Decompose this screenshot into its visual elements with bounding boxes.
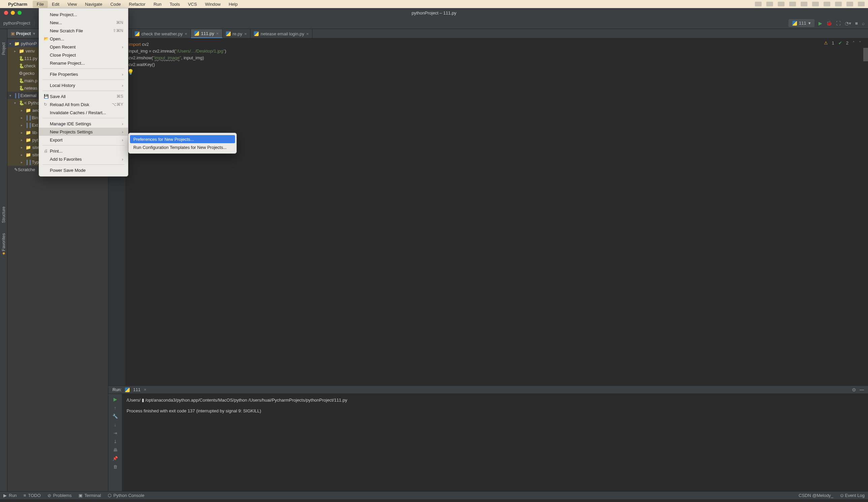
file-menu-item[interactable]: Local History› (39, 81, 128, 89)
event-log-button[interactable]: ⊙ Event Log (840, 493, 865, 498)
run-tool-gutter: ▶ ↑ 🔧 ↓ ⇥ ⤓ 🖶 📌 🗑 (108, 394, 122, 491)
file-menu-item[interactable]: 📂Open... (39, 35, 128, 43)
up-button[interactable]: ↑ (114, 405, 116, 410)
editor-tab[interactable]: check the weather.py× (131, 29, 191, 38)
mac-app-name[interactable]: PyCharm (8, 2, 27, 7)
editor-tab[interactable]: 111.py× (191, 29, 223, 38)
file-menu-item[interactable]: Rename Project... (39, 59, 128, 67)
editor-tabs: py×check the weather.py×111.py×re.py×net… (108, 29, 868, 38)
tool-icon[interactable]: 🔧 (112, 414, 118, 419)
menu-file[interactable]: File (33, 1, 48, 8)
file-menu-item[interactable]: New...⌘N (39, 19, 128, 27)
run-button[interactable]: ▶ (818, 21, 822, 26)
tool-run-tab[interactable]: ▶Run (3, 493, 17, 498)
profile-button[interactable]: ◔▾ (845, 21, 851, 26)
mac-menubar: PyCharm File Edit View Navigate Code Ref… (0, 0, 868, 8)
editor-tab[interactable]: re.py× (223, 29, 251, 38)
favorites-stripe-button[interactable]: ★Favorites (1, 233, 6, 256)
menu-navigate[interactable]: Navigate (81, 1, 106, 8)
rerun-button[interactable]: ▶ (113, 396, 117, 402)
close-tab-icon[interactable]: × (185, 31, 187, 37)
scrollbar-marker[interactable] (863, 48, 868, 61)
soft-wrap-button[interactable]: ⇥ (113, 431, 117, 435)
file-menu-item[interactable]: Power Save Mode (39, 166, 128, 174)
file-menu-item[interactable]: Add to Favorites› (39, 155, 128, 163)
down-button[interactable]: ↓ (114, 422, 116, 427)
run-console-output[interactable]: /Users/ ▮ /opt/anaconda3/python.app/Cont… (122, 394, 868, 491)
code-editor[interactable]: import cv2 input_img = cv2.imread("/User… (108, 38, 868, 385)
gear-icon[interactable]: ⚙ (852, 387, 856, 392)
file-menu-item[interactable]: New Projects Settings› (39, 128, 128, 136)
run-config-name: 111 (799, 21, 806, 26)
python-file-icon (135, 31, 140, 36)
hide-tool-button[interactable]: — (860, 387, 864, 392)
close-tab-icon[interactable]: × (307, 31, 309, 37)
file-menu-item[interactable]: New Scratch File⇧⌘N (39, 27, 128, 35)
problems-icon: ⊘ (48, 493, 51, 498)
file-menu-item[interactable]: 💾Save All⌘S (39, 92, 128, 100)
next-highlight-button[interactable]: ˅ (859, 40, 861, 46)
menu-run[interactable]: Run (149, 1, 166, 8)
intention-bulb-icon[interactable]: 💡 (127, 69, 134, 75)
menu-window[interactable]: Window (201, 1, 225, 8)
play-icon: ▶ (3, 493, 7, 498)
tool-terminal-tab[interactable]: ▣Terminal (79, 493, 101, 498)
file-menu-item[interactable]: File Properties› (39, 70, 128, 78)
left-stripe: Project Structure ★Favorites (0, 29, 8, 491)
stop-button[interactable]: ■ (855, 21, 858, 26)
close-tab-icon[interactable]: × (245, 31, 247, 37)
structure-stripe-button[interactable]: Structure (1, 207, 6, 223)
python-file-icon (254, 31, 259, 36)
run-tool-header: Run: 111 × ⚙ — (108, 385, 868, 393)
close-tab-icon[interactable]: × (216, 31, 219, 36)
search-everywhere-button[interactable]: ⌕ (862, 21, 865, 26)
close-tab-icon[interactable]: × (144, 387, 146, 392)
menu-view[interactable]: View (63, 1, 81, 8)
submenu-item[interactable]: Run Configuration Templates for New Proj… (128, 143, 236, 151)
print-button[interactable]: 🖶 (113, 448, 117, 452)
check-icon: ✔ (838, 40, 842, 46)
file-menu-item[interactable]: Invalidate Caches / Restart... (39, 109, 128, 117)
close-window-button[interactable] (4, 11, 8, 15)
prev-highlight-button[interactable]: ˄ (852, 40, 855, 46)
debug-button[interactable]: 🐞 (826, 21, 832, 26)
warning-icon: ⚠ (824, 40, 828, 46)
file-menu-item[interactable]: Manage IDE Settings› (39, 120, 128, 128)
project-stripe-button[interactable]: Project (1, 42, 6, 55)
editor-area: py×check the weather.py×111.py×re.py×net… (108, 29, 868, 491)
file-menu-item[interactable]: New Project... (39, 10, 128, 19)
file-menu-item[interactable]: 🖨Print... (39, 147, 128, 155)
menu-help[interactable]: Help (225, 1, 242, 8)
navigation-toolbar: pythonProject 〉 111.py 111 ▾ ▶ 🐞 ⛶ ◔▾ ■ … (0, 18, 868, 29)
menu-code[interactable]: Code (106, 1, 125, 8)
python-file-icon (194, 31, 199, 36)
tool-todo-tab[interactable]: ≡TODO (23, 493, 41, 498)
submenu-item[interactable]: Preferences for New Projects... (130, 135, 235, 143)
minimize-window-button[interactable] (11, 11, 15, 15)
bottom-tool-stripe: ▶Run ≡TODO ⊘Problems ▣Terminal ⬡Python C… (0, 491, 868, 499)
window-controls (0, 11, 22, 15)
chevron-down-icon[interactable]: ▾ (33, 31, 35, 36)
trash-button[interactable]: 🗑 (113, 464, 117, 469)
editor-tab[interactable]: netease email login.py× (250, 29, 312, 38)
inspection-widget[interactable]: ⚠1 ✔2 ˄ ˅ (824, 40, 861, 46)
menu-tools[interactable]: Tools (166, 1, 184, 8)
scroll-to-end-button[interactable]: ⤓ (113, 439, 117, 444)
file-menu-item[interactable]: ↻Reload All from Disk⌥⌘Y (39, 100, 128, 109)
run-label: Run: (112, 387, 122, 392)
menu-edit[interactable]: Edit (48, 1, 63, 8)
zoom-window-button[interactable] (18, 11, 22, 15)
file-menu-item[interactable]: Open Recent› (39, 43, 128, 51)
pin-button[interactable]: 📌 (112, 456, 118, 461)
menu-vcs[interactable]: VCS (184, 1, 201, 8)
tool-python-console-tab[interactable]: ⬡Python Console (108, 493, 144, 498)
python-icon (792, 21, 797, 26)
code-content[interactable]: import cv2 input_img = cv2.imread("/User… (128, 41, 868, 68)
tool-problems-tab[interactable]: ⊘Problems (48, 493, 72, 498)
run-config-selector[interactable]: 111 ▾ (788, 19, 815, 27)
coverage-button[interactable]: ⛶ (836, 21, 841, 26)
breadcrumb-project[interactable]: pythonProject (3, 21, 30, 26)
menu-refactor[interactable]: Refactor (125, 1, 149, 8)
file-menu-item[interactable]: Close Project (39, 51, 128, 59)
file-menu-item[interactable]: Export› (39, 136, 128, 144)
